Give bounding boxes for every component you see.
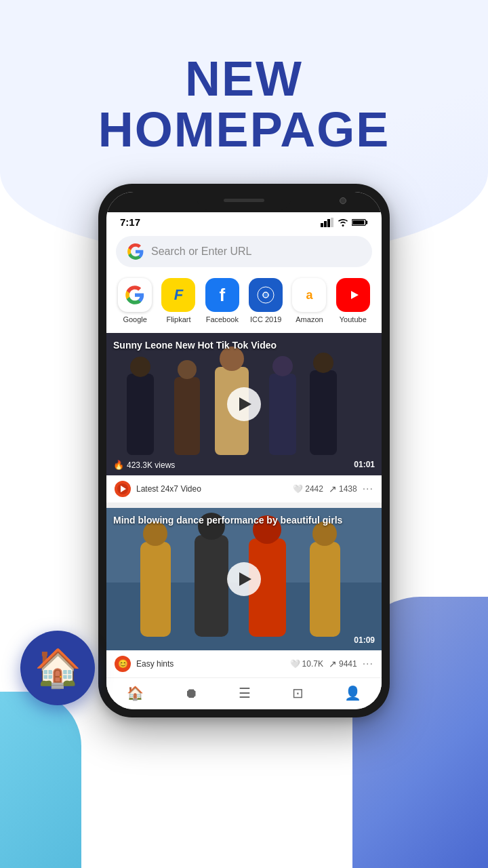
like-button-1[interactable]: 🤍 2442 [293,484,323,494]
svg-point-14 [130,357,150,377]
svg-rect-27 [140,542,171,637]
bottom-nav: 🏠 ⏺ ☰ ⊡ 👤 [106,677,382,709]
nav-home[interactable]: 🏠 [127,685,144,701]
quick-link-amazon[interactable]: a Amazon [292,278,326,323]
share-icon-2: ↗ [329,658,337,669]
icc-label: ICC 2019 [250,315,281,323]
video-duration-1: 01:01 [354,460,375,470]
quick-link-icc[interactable]: ICC 2019 [249,278,283,323]
channel-icon-2: 😊 [115,656,131,672]
video-meta-overlay-1: 🔥 423.3K views 01:01 [113,460,375,470]
signal-icon [321,218,334,227]
share-count-2: 9441 [339,659,357,669]
header-section: NEW HOMEPAGE [0,0,488,177]
status-bar: 7:17 [106,212,382,231]
like-button-2[interactable]: 🤍 10.7K [290,659,323,669]
play-triangle [239,397,251,411]
battery-icon [352,218,368,226]
notch-speaker [224,199,264,202]
channel-icon-1 [115,481,131,497]
quick-link-youtube[interactable]: Youtube [336,278,370,323]
amazon-icon: a [292,278,326,312]
nav-play[interactable]: ⏺ [184,686,198,701]
svg-rect-7 [352,220,364,224]
channel-name-2: Easy hints [136,659,285,669]
channel-name-1: Latest 24x7 Video [136,484,287,494]
search-bar[interactable]: Search or Enter URL [116,236,372,267]
share-count-1: 1438 [339,484,357,494]
home-icon-large: 🏠 [35,650,81,687]
icc-icon [249,278,283,312]
svg-rect-21 [269,374,296,455]
fire-icon: 🔥 [113,460,124,470]
svg-rect-33 [310,542,340,637]
heart-icon-2: 🤍 [290,659,300,669]
video-card-1[interactable]: Sunny Leone New Hot Tik Tok Video 🔥 423.… [106,333,382,502]
quick-link-google[interactable]: Google [118,278,152,323]
video-play-button-1[interactable] [227,387,261,421]
google-label: Google [123,315,146,323]
quick-link-flipkart[interactable]: F Flipkart [161,278,195,323]
google-icon [118,278,152,312]
more-options-2[interactable]: ··· [363,658,373,670]
video-duration-2: 01:09 [354,635,375,645]
header-line1: NEW [0,54,488,103]
svg-rect-1 [324,221,327,227]
svg-rect-13 [127,374,154,455]
video-actions-1: Latest 24x7 Video 🤍 2442 ↗ 1438 ··· [106,475,382,502]
nav-tab[interactable]: ⊡ [292,685,304,701]
more-options-1[interactable]: ··· [363,483,373,495]
notch-camera [340,197,346,204]
video-views-1: 🔥 423.3K views [113,460,175,470]
svg-point-20 [178,360,197,379]
play-nav-icon: ⏺ [184,686,198,701]
youtube-icon [336,278,370,312]
nav-menu[interactable]: ☰ [239,685,251,701]
svg-point-4 [342,224,344,226]
flipkart-icon: F [161,278,195,312]
like-count-2: 10.7K [302,659,323,669]
svg-point-18 [313,353,333,373]
play-triangle-2 [239,572,251,586]
heart-icon: 🤍 [293,484,303,494]
share-button-2[interactable]: ↗ 9441 [329,658,357,669]
phone-notch [106,192,382,212]
youtube-label: Youtube [340,315,367,323]
header-line2: HOMEPAGE [0,103,488,157]
home-nav-icon: 🏠 [127,685,144,701]
facebook-icon: f [205,278,239,312]
svg-rect-29 [195,535,228,637]
flipkart-label: Flipkart [166,315,190,323]
phone-frame: 7:17 [98,184,390,717]
google-logo [127,243,144,260]
quick-links-row: Google F Flipkart f Facebook [106,275,382,333]
video-thumbnail-2: Mind blowing dance performance by beauti… [106,508,382,650]
svg-point-22 [272,356,293,376]
video-title-1: Sunny Leone New Hot Tik Tok Video [113,340,375,351]
home-button-overlay[interactable]: 🏠 [20,631,95,705]
svg-rect-3 [331,218,333,227]
phone-screen: 7:17 [106,192,382,709]
nav-profile[interactable]: 👤 [344,685,361,701]
quick-link-facebook[interactable]: f Facebook [205,278,239,323]
wifi-icon [337,218,349,227]
bg-bottom-left-decoration [0,692,81,868]
video-thumbnail-1: Sunny Leone New Hot Tik Tok Video 🔥 423.… [106,333,382,475]
video-title-2: Mind blowing dance performance by beauti… [113,515,375,526]
tab-nav-icon: ⊡ [292,685,304,701]
facebook-label: Facebook [206,315,239,323]
svg-rect-19 [174,377,200,455]
share-icon: ↗ [329,484,337,494]
menu-nav-icon: ☰ [239,685,251,701]
profile-nav-icon: 👤 [344,685,361,701]
svg-rect-2 [327,219,330,227]
status-icons [321,218,368,227]
video-play-button-2[interactable] [227,562,261,596]
video-actions-2: 😊 Easy hints 🤍 10.7K ↗ 9441 ··· [106,650,382,677]
video-meta-overlay-2: 01:09 [113,635,375,645]
status-time: 7:17 [120,216,140,228]
like-count-1: 2442 [305,484,323,494]
svg-rect-0 [321,223,323,227]
share-button-1[interactable]: ↗ 1438 [329,484,357,494]
video-card-2[interactable]: Mind blowing dance performance by beauti… [106,502,382,677]
